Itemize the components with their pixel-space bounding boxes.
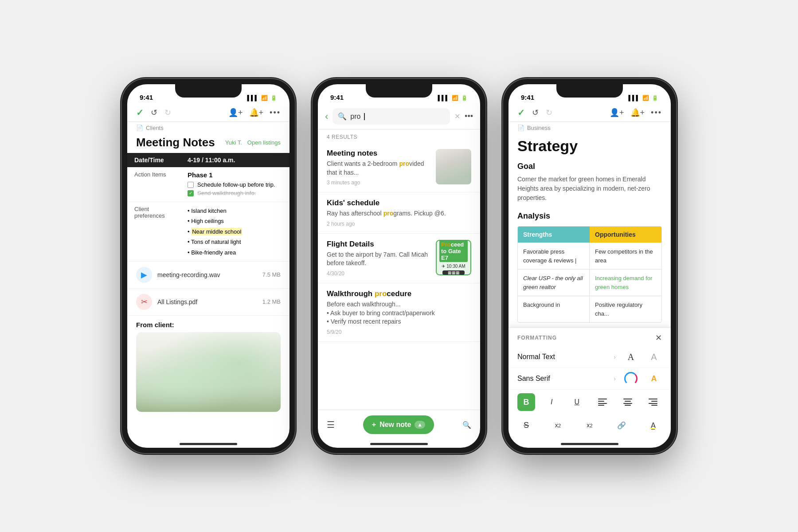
result-1[interactable]: Meeting notes Client wants a 2-bedroom p… [318, 143, 480, 192]
pref-1: • Island kitchen [188, 206, 282, 216]
fmt-color-circle[interactable] [624, 372, 638, 385]
result-3[interactable]: Flight Details Get to the airport by 7am… [318, 234, 480, 283]
p3-toolbar: ✓ ↺ ↻ 👤+ 🔔+ ••• [509, 104, 671, 122]
fmt-sans-serif-label: Sans Serif [517, 375, 606, 383]
file-1-size: 7.5 MB [262, 271, 281, 278]
result-2-preview: Ray has afterschool programs. Pickup @6. [327, 209, 471, 218]
subscript-button[interactable]: x2 [581, 416, 598, 434]
p3-add-person-icon[interactable]: 👤+ [610, 108, 624, 117]
fmt-normal-text-row[interactable]: Normal Text › A A [509, 346, 671, 368]
link-button[interactable]: 🔗 [613, 416, 630, 434]
result-1-thumb-image [436, 149, 471, 184]
search-cursor [364, 113, 365, 120]
search-input-box[interactable]: 🔍 pro [332, 108, 450, 125]
svg-rect-7 [625, 405, 631, 406]
p3-breadcrumb-label[interactable]: Business [527, 125, 551, 131]
new-note-button[interactable]: + New note ▲ [363, 415, 434, 434]
result-2-highlight: pro [383, 210, 394, 217]
task-2-row: Send walkthrough info. [188, 190, 282, 196]
p1-header-row: Meeting Notes Yuki T. Open listings [127, 134, 289, 153]
signal-icon: ▌▌▌ [247, 95, 258, 101]
more-icon[interactable]: ••• [270, 108, 281, 117]
search-more-icon[interactable]: ••• [465, 112, 473, 121]
search-icon: 🔍 [338, 112, 347, 121]
user-link[interactable]: Yuki T. [225, 139, 242, 146]
svg-rect-9 [651, 401, 657, 402]
clear-icon[interactable]: ✕ [454, 112, 460, 121]
p1-scroll[interactable]: Date/Time 4-19 / 11:00 a.m. Action Items… [127, 153, 289, 439]
new-note-plus-icon: + [372, 421, 376, 429]
result-3-thumb: Proceed to Gate E7 ✈ 10:30 AM ▦▦▦ [436, 240, 471, 275]
underline-button[interactable]: U [568, 393, 586, 411]
new-note-label: New note [379, 421, 411, 429]
notch-3 [556, 84, 623, 98]
menu-icon[interactable]: ☰ [327, 419, 335, 430]
p3-scroll[interactable]: Strategy Goal Corner the market for gree… [509, 134, 671, 327]
fmt-extra-toolbar: S x2 x2 🔗 A̲ [509, 415, 671, 439]
wifi-icon-3: 📶 [642, 95, 649, 101]
undo-icon[interactable]: ↺ [151, 108, 157, 117]
table-row-action: Action Items Phase 1 Schedule follow-up … [127, 168, 289, 202]
home-indicator-2 [370, 443, 428, 445]
strikethrough-button[interactable]: S [517, 416, 535, 434]
from-client-label: From client: [127, 316, 289, 332]
task-1-row: Schedule follow-up before trip. [188, 181, 282, 188]
breadcrumb-icon: 📄 [136, 125, 143, 131]
p1-toolbar: ✓ ↺ ↻ 👤+ 🔔+ ••• [127, 104, 289, 122]
phone-2: 9:41 ▌▌▌ 📶 🔋 ‹ 🔍 pro ✕ ••• [313, 79, 485, 453]
swot-s1: Favorable press coverage & reviews | [518, 243, 590, 269]
fmt-header: FORMATTING ✕ [509, 328, 671, 346]
superscript-button[interactable]: x2 [549, 416, 567, 434]
battery-icon-3: 🔋 [652, 95, 658, 101]
task-2-checkbox[interactable] [188, 190, 194, 196]
italic-button[interactable]: I [543, 393, 560, 411]
bottom-icons: ☰ [327, 419, 335, 430]
result-4-preview: Before each walkthrough... • Ask buyer t… [327, 300, 471, 326]
col-datetime-value: 4-19 / 11:00 a.m. [180, 153, 289, 168]
prefs-content: • Island kitchen • High ceilings • Near … [180, 202, 289, 262]
p3-more-icon[interactable]: ••• [651, 108, 662, 117]
check-icon[interactable]: ✓ [136, 107, 144, 118]
status-icons-1: ▌▌▌ 📶 🔋 [247, 95, 277, 101]
fmt-sans-serif-row[interactable]: Sans Serif › A [509, 368, 671, 390]
fmt-close-button[interactable]: ✕ [655, 333, 662, 343]
file-2-size: 1.2 MB [262, 298, 281, 305]
status-icons-3: ▌▌▌ 📶 🔋 [628, 95, 658, 101]
open-listings-link[interactable]: Open listings [247, 139, 281, 146]
result-4[interactable]: Walkthrough procedure Before each walkth… [318, 283, 480, 342]
add-person-icon[interactable]: 👤+ [228, 108, 243, 117]
expand-icon[interactable]: ▲ [415, 421, 425, 429]
back-button[interactable]: ‹ [325, 111, 328, 122]
align-right-button[interactable] [644, 393, 662, 411]
search-bottom-icon[interactable]: 🔍 [462, 421, 471, 429]
highlight-text-button[interactable]: A̲ [644, 416, 662, 434]
wifi-icon-2: 📶 [452, 95, 458, 101]
fmt-sans-serif-arrow: › [614, 375, 616, 382]
align-left-button[interactable] [594, 393, 611, 411]
p3-undo-icon[interactable]: ↺ [532, 108, 539, 117]
bold-button[interactable]: B [517, 393, 535, 411]
p3-check-icon[interactable]: ✓ [517, 107, 525, 118]
result-2[interactable]: Kids' schedule Ray has afterschool progr… [318, 192, 480, 234]
results-list[interactable]: Meeting notes Client wants a 2-bedroom p… [318, 143, 480, 410]
align-center-button[interactable] [619, 393, 637, 411]
gate-text: ✈ 10:30 AM [442, 264, 465, 269]
file-1-row[interactable]: ▶ meeting-recording.wav 7.5 MB [127, 262, 289, 289]
file-2-row[interactable]: ✂ All Listings.pdf 1.2 MB [127, 289, 289, 316]
p3-redo-icon[interactable]: ↻ [546, 108, 552, 117]
goal-section-title: Goal [517, 162, 662, 171]
wifi-icon: 📶 [261, 95, 268, 101]
swot-s3: Background in [518, 296, 590, 322]
home-indicator-1 [180, 443, 237, 445]
task-1-checkbox[interactable] [188, 182, 194, 188]
p3-add-bell-icon[interactable]: 🔔+ [630, 108, 645, 117]
fmt-title: FORMATTING [517, 335, 557, 341]
home-indicator-3 [561, 443, 618, 445]
result-1-text: Meeting notes Client wants a 2-bedroom p… [327, 149, 430, 186]
redo-icon[interactable]: ↻ [164, 108, 171, 117]
gate-header: Proceed to Gate E7 [439, 240, 468, 262]
add-bell-icon[interactable]: 🔔+ [249, 108, 264, 117]
result-1-highlight: pro [399, 160, 409, 167]
task-2-label: Send walkthrough info. [197, 190, 256, 196]
breadcrumb-label[interactable]: Clients [146, 125, 164, 131]
